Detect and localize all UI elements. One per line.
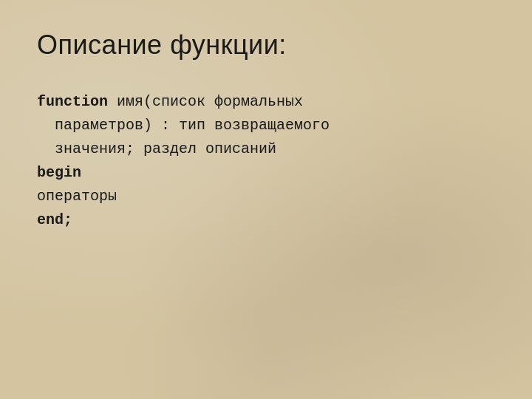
code-block: function имя(список формальных параметро… — [37, 90, 495, 232]
keyword-end: end; — [37, 211, 72, 228]
code-line-1-rest: имя(список формальных — [108, 93, 303, 110]
code-line-3: значения; раздел описаний — [37, 137, 495, 161]
keyword-begin: begin — [37, 164, 81, 181]
code-line-5: операторы — [37, 185, 495, 208]
slide-title: Описание функции: — [37, 30, 495, 61]
keyword-function: function — [37, 93, 108, 110]
code-line-1: function имя(список формальных — [37, 90, 495, 114]
slide: Описание функции: function имя(список фо… — [0, 0, 532, 399]
code-line-6: end; — [37, 208, 495, 232]
code-line-2: параметров) : тип возвращаемого — [37, 114, 495, 137]
code-line-4: begin — [37, 161, 495, 185]
